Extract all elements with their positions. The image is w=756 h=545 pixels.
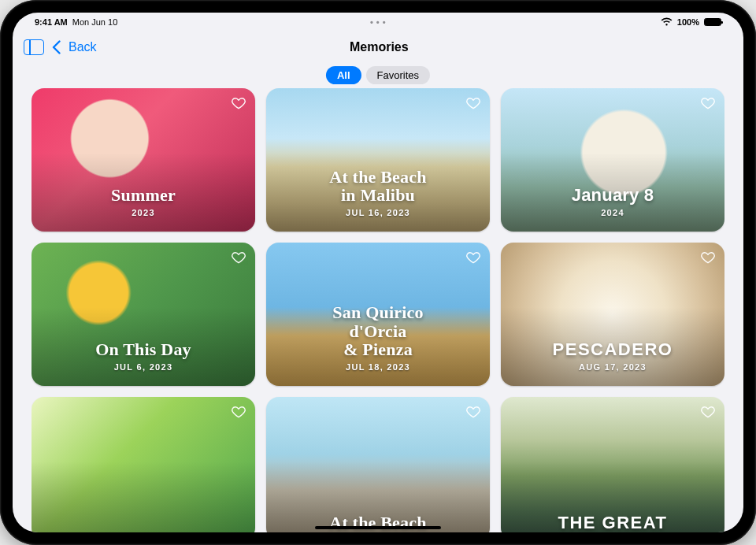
memory-card[interactable]: On This Day JUL 6, 2023 [32, 243, 255, 386]
memory-title: January 8 [512, 186, 713, 205]
memory-date: AUG 17, 2023 [512, 362, 713, 372]
nav-bar: Back Memories [13, 32, 743, 63]
memory-title: At the Beach [277, 513, 479, 532]
status-bar: 9:41 AM Mon Jun 10 • • • 100% [13, 13, 743, 28]
heart-icon[interactable] [699, 249, 717, 266]
battery-icon [704, 18, 721, 26]
screen: 9:41 AM Mon Jun 10 • • • 100% Back Me [13, 13, 743, 532]
tab-favorites[interactable]: Favorites [366, 66, 430, 84]
heart-icon[interactable] [230, 95, 247, 112]
heart-icon[interactable] [230, 249, 247, 266]
home-indicator[interactable] [315, 526, 441, 529]
memory-card[interactable]: San Quirico d'Orcia & Pienza JUL 18, 202… [266, 243, 490, 386]
memory-date: 2024 [512, 208, 713, 217]
wifi-icon [661, 17, 673, 28]
memory-date: JUL 6, 2023 [43, 362, 244, 372]
memories-grid[interactable]: Summer 2023 At the Beach in Malibu JUL 1… [32, 88, 724, 532]
memory-card[interactable]: January 8 2024 [501, 88, 724, 232]
memory-date: JUL 18, 2023 [277, 362, 479, 372]
tab-all[interactable]: All [326, 66, 361, 84]
ipad-device-frame: 9:41 AM Mon Jun 10 • • • 100% Back Me [0, 0, 756, 545]
memory-title: At the Beach in Malibu [277, 168, 479, 206]
memory-title: Summer [43, 186, 244, 205]
memory-title: THE GREAT [512, 513, 713, 532]
heart-icon[interactable] [699, 403, 717, 421]
memory-title: On This Day [43, 340, 244, 359]
memory-card[interactable]: At the Beach [266, 397, 490, 532]
memory-title: San Quirico d'Orcia & Pienza [277, 303, 479, 359]
memory-card[interactable]: At the Beach in Malibu JUL 16, 2023 [266, 88, 490, 232]
heart-icon[interactable] [699, 95, 717, 112]
memory-date: 2023 [43, 208, 244, 217]
more-icon[interactable]: • • • [370, 17, 386, 27]
battery-pct: 100% [677, 17, 699, 27]
sidebar-icon[interactable] [24, 39, 44, 55]
memory-card[interactable]: PESCADERO AUG 17, 2023 [501, 243, 724, 386]
memory-date: JUL 16, 2023 [277, 208, 479, 217]
back-chevron-icon[interactable] [52, 40, 61, 54]
heart-icon[interactable] [465, 403, 482, 421]
heart-icon[interactable] [230, 403, 247, 421]
memory-card[interactable] [32, 397, 255, 532]
memory-card[interactable]: THE GREAT [501, 397, 724, 532]
heart-icon[interactable] [465, 249, 482, 266]
heart-icon[interactable] [465, 95, 482, 112]
back-button[interactable]: Back [69, 40, 97, 54]
page-title: Memories [350, 40, 409, 54]
status-date: Mon Jun 10 [72, 17, 117, 27]
status-time: 9:41 AM [35, 17, 68, 27]
segmented-control: All Favorites [326, 66, 430, 84]
memory-card[interactable]: Summer 2023 [32, 88, 255, 232]
memory-title: PESCADERO [512, 340, 713, 359]
